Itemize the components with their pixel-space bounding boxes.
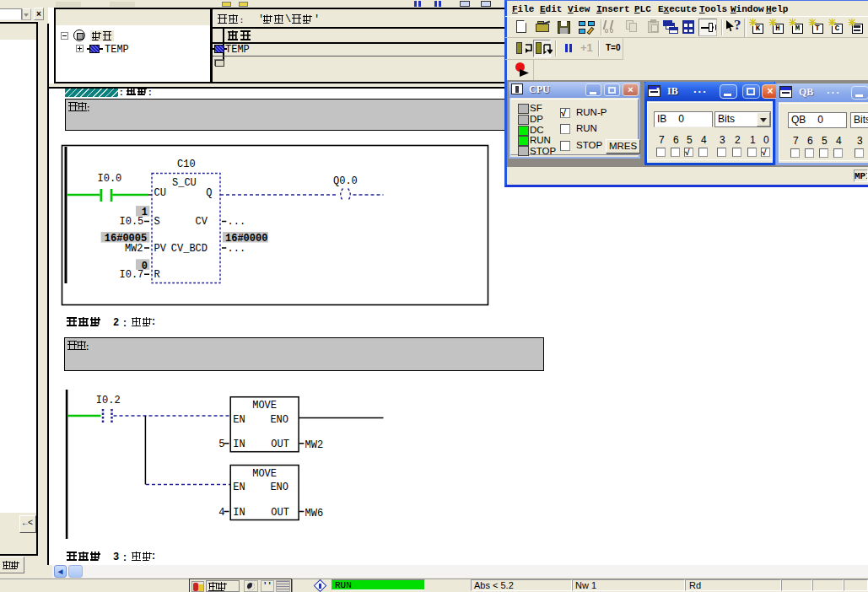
svg-text:PV: PV xyxy=(154,243,167,255)
svg-text:IN: IN xyxy=(233,439,245,450)
svg-text:EN: EN xyxy=(233,482,245,493)
svg-text:CV_BCD: CV_BCD xyxy=(171,243,208,255)
svg-text:MOVE: MOVE xyxy=(252,400,277,412)
svg-text:...: ... xyxy=(228,216,246,228)
svg-text:OUT: OUT xyxy=(271,439,289,450)
svg-text:IN: IN xyxy=(233,507,245,519)
svg-text:4: 4 xyxy=(218,507,224,519)
svg-text:Q: Q xyxy=(206,187,212,199)
svg-text:R: R xyxy=(154,269,160,281)
svg-text:CU: CU xyxy=(154,187,166,199)
svg-text:MW2: MW2 xyxy=(125,243,143,255)
svg-text:S_CU: S_CU xyxy=(172,177,197,189)
svg-text:I0.0: I0.0 xyxy=(98,173,122,185)
svg-text:Q0.0: Q0.0 xyxy=(333,175,358,187)
svg-text:...: ... xyxy=(228,243,246,255)
svg-text:MW2: MW2 xyxy=(305,439,324,451)
svg-text:OUT: OUT xyxy=(271,507,289,519)
svg-text:ENO: ENO xyxy=(270,414,288,426)
svg-text:S: S xyxy=(154,216,160,228)
svg-text:EN: EN xyxy=(233,414,245,426)
svg-text:I0.7: I0.7 xyxy=(120,269,144,281)
svg-text:C10: C10 xyxy=(177,159,196,170)
svg-text:ENO: ENO xyxy=(270,482,288,493)
svg-text:MOVE: MOVE xyxy=(252,468,277,480)
svg-text:5: 5 xyxy=(218,439,224,450)
svg-text:I0.2: I0.2 xyxy=(96,395,121,406)
svg-text:MW6: MW6 xyxy=(305,508,324,519)
svg-text:CV: CV xyxy=(196,216,208,228)
svg-text:I0.5: I0.5 xyxy=(120,216,144,228)
